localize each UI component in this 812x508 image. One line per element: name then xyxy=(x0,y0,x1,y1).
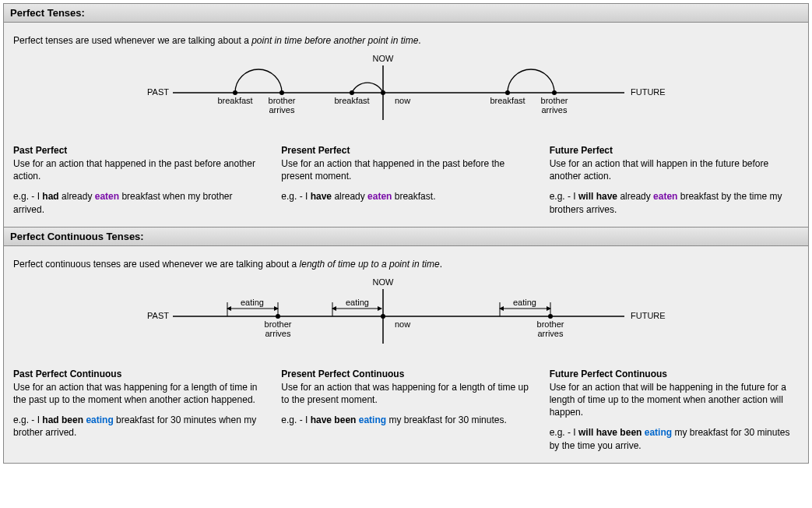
now-label: NOW xyxy=(372,277,394,287)
highlight-word: eaten xyxy=(367,191,392,202)
svg-text:arrives: arrives xyxy=(269,105,295,115)
intro-em: point in time before another point in ti… xyxy=(251,35,418,46)
highlight-word: eating xyxy=(359,415,386,425)
svg-text:brother: brother xyxy=(268,96,295,105)
col-title: Future Perfect xyxy=(550,145,799,156)
perfect-continuous-header: Perfect Continuous Tenses: xyxy=(4,227,808,246)
perfect-tenses-panel: Perfect Tenses: Perfect tenses are used … xyxy=(3,3,809,464)
col-title: Present Perfect xyxy=(281,145,530,156)
intro-em: length of time up to a point in time xyxy=(300,259,440,270)
col-example: e.g. - I will have already eaten breakfa… xyxy=(550,190,799,215)
perfect-cont-intro: Perfect continuous tenses are used whene… xyxy=(13,259,799,270)
col-desc: Use for an action that was happening for… xyxy=(13,381,262,406)
col-example: e.g. - I have been eating my breakfast f… xyxy=(281,414,530,426)
svg-text:arrives: arrives xyxy=(265,329,291,338)
svg-point-28 xyxy=(381,314,385,319)
highlight-word: eating xyxy=(645,427,672,438)
future-label: FUTURE xyxy=(631,87,666,97)
svg-text:breakfast: breakfast xyxy=(490,96,525,105)
col-desc: Use for an action that was happening for… xyxy=(281,381,530,406)
col-example: e.g. - I will have been eating my breakf… xyxy=(550,426,799,451)
col-title: Past Perfect xyxy=(13,145,262,156)
svg-point-22 xyxy=(276,314,280,319)
col-example: e.g. - I have already eaten breakfast. xyxy=(281,190,530,203)
col-desc: Use for an action that happened in the p… xyxy=(281,157,530,182)
svg-text:brother: brother xyxy=(264,319,291,329)
svg-text:now: now xyxy=(395,96,410,105)
intro-text: Perfect tenses are used whenever we are … xyxy=(13,35,251,46)
svg-text:breakfast: breakfast xyxy=(217,96,252,105)
svg-text:breakfast: breakfast xyxy=(334,96,369,105)
svg-text:now: now xyxy=(395,319,410,329)
svg-text:brother: brother xyxy=(536,319,564,329)
svg-text:eating: eating xyxy=(346,298,369,307)
future-label: FUTURE xyxy=(631,311,666,320)
perfect-cont-diagram: NOW PAST FUTURE eating brother arrives e… xyxy=(13,277,799,358)
past-label: PAST xyxy=(147,87,169,97)
highlight-word: eating xyxy=(86,415,113,425)
now-label: NOW xyxy=(372,54,394,63)
intro-suffix: . xyxy=(440,259,442,270)
present-perfect-cont-col: Present Perfect Continuous Use for an ac… xyxy=(281,369,530,452)
svg-text:eating: eating xyxy=(241,298,264,307)
col-example: e.g. - I had already eaten breakfast whe… xyxy=(13,190,262,215)
col-desc: Use for an action that will happen in th… xyxy=(550,157,799,182)
perfect-diagram: NOW PAST FUTURE breakfast brother arrive… xyxy=(13,54,799,134)
perfect-intro: Perfect tenses are used whenever we are … xyxy=(13,35,799,46)
col-title: Present Perfect Continuous xyxy=(281,369,530,379)
svg-text:arrives: arrives xyxy=(541,105,568,115)
perfect-continuous-body: Perfect continuous tenses are used whene… xyxy=(4,246,808,463)
perfect-tenses-header: Perfect Tenses: xyxy=(4,4,808,23)
col-example: e.g. - I had been eating breakfast for 3… xyxy=(13,414,262,439)
col-desc: Use for an action that happened in the p… xyxy=(13,157,262,182)
past-perfect-col: Past Perfect Use for an action that happ… xyxy=(13,145,262,216)
perfect-cont-columns: Past Perfect Continuous Use for an actio… xyxy=(13,369,799,452)
svg-point-34 xyxy=(548,314,553,319)
highlight-word: eaten xyxy=(653,191,677,202)
intro-suffix: . xyxy=(418,35,420,46)
future-perfect-col: Future Perfect Use for an action that wi… xyxy=(550,145,799,216)
intro-text: Perfect continuous tenses are used whene… xyxy=(13,259,300,270)
col-desc: Use for an action that will be happening… xyxy=(550,381,799,419)
col-title: Past Perfect Continuous xyxy=(13,369,262,379)
highlight-word: eaten xyxy=(95,191,119,202)
perfect-columns: Past Perfect Use for an action that happ… xyxy=(13,145,799,216)
col-title: Future Perfect Continuous xyxy=(550,369,799,379)
perfect-tenses-body: Perfect tenses are used whenever we are … xyxy=(4,23,808,227)
past-perfect-cont-col: Past Perfect Continuous Use for an actio… xyxy=(13,369,262,452)
past-label: PAST xyxy=(147,311,169,320)
svg-text:eating: eating xyxy=(513,298,536,307)
svg-text:arrives: arrives xyxy=(537,329,564,338)
future-perfect-cont-col: Future Perfect Continuous Use for an act… xyxy=(550,369,799,452)
svg-text:brother: brother xyxy=(540,96,568,105)
present-perfect-col: Present Perfect Use for an action that h… xyxy=(281,145,530,216)
